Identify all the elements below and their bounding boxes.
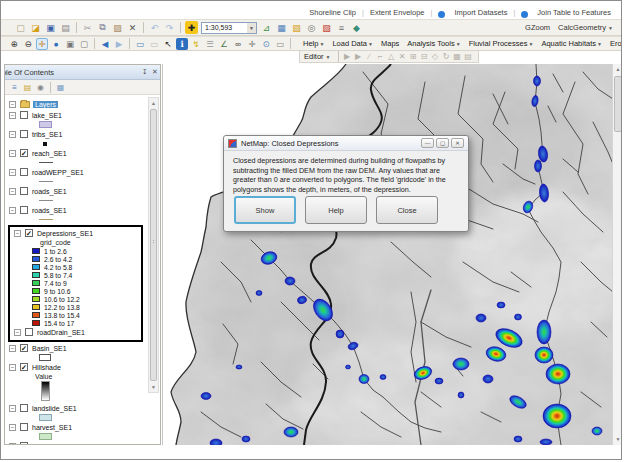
back-extent-icon[interactable]: ◀ xyxy=(99,38,111,50)
hillshade-gradient-symbol[interactable] xyxy=(41,381,50,401)
layer-symbol[interactable] xyxy=(39,433,52,440)
menu-maps[interactable]: Maps xyxy=(378,38,402,49)
toc-scrollbar-thumb[interactable] xyxy=(150,109,157,381)
layer-checkbox[interactable] xyxy=(20,111,28,119)
legend-swatch[interactable] xyxy=(32,320,40,326)
layer-symbol[interactable] xyxy=(39,181,53,182)
layer-checkbox[interactable] xyxy=(20,187,28,195)
menu-aquatic-habitats[interactable]: Aquatic Habitats▼ xyxy=(538,38,605,49)
show-button[interactable]: Show xyxy=(234,196,296,224)
full-extent-icon[interactable]: ● xyxy=(50,38,62,50)
select-features-icon[interactable]: ▭ xyxy=(134,38,146,50)
undo-icon[interactable]: ↶ xyxy=(148,21,161,34)
toc-layer-tribs_se1[interactable]: −tribs_SE1 xyxy=(5,129,147,139)
expander-icon[interactable]: − xyxy=(9,131,16,138)
toc-layer-depressions_se1[interactable]: −✓Depressions_SE1 xyxy=(10,228,141,238)
layer-symbol[interactable] xyxy=(39,354,51,361)
legend-swatch[interactable] xyxy=(32,264,40,270)
expander-icon[interactable]: − xyxy=(9,443,16,445)
layer-checkbox[interactable] xyxy=(20,423,28,431)
catalog-window-icon[interactable]: ▨ xyxy=(290,21,303,34)
layer-symbol[interactable] xyxy=(39,414,52,421)
close-button[interactable]: Close xyxy=(376,196,438,224)
edit-tool-icon[interactable]: ⊿ xyxy=(260,21,273,34)
time-slider-icon[interactable]: ⊙ xyxy=(260,38,272,50)
layer-checkbox[interactable] xyxy=(20,404,28,412)
expander-icon[interactable]: − xyxy=(9,150,16,157)
legend-swatch[interactable] xyxy=(32,280,40,286)
toc-layer-roads_se1[interactable]: −roads_SE1 xyxy=(5,205,147,215)
calc-geometry-button[interactable]: CalcGeometry▼ xyxy=(558,23,613,32)
list-by-drawing-order-icon[interactable]: ≡ xyxy=(9,82,20,93)
close-icon[interactable]: ✕ xyxy=(150,68,160,76)
paste-icon[interactable]: ▨ xyxy=(111,21,124,34)
list-by-visibility-icon[interactable]: ◉ xyxy=(35,82,46,93)
layer-symbol[interactable] xyxy=(39,219,53,220)
scroll-down-icon[interactable]: ▼ xyxy=(149,382,158,392)
dialog-title-bar[interactable]: NetMap: Closed Depressions —▢✕ xyxy=(224,136,468,151)
toc-layer-harvest_se1[interactable]: −harvest_SE1 xyxy=(5,422,147,432)
netmap-tool-join-table-to-features[interactable]: Join Table to Features xyxy=(537,8,611,17)
legend-swatch[interactable] xyxy=(32,272,40,278)
expander-icon[interactable]: − xyxy=(9,101,16,108)
legend-swatch[interactable] xyxy=(32,256,40,262)
scroll-up-icon[interactable]: ▲ xyxy=(149,98,158,108)
layer-checkbox[interactable] xyxy=(20,206,28,214)
go-to-xy-icon[interactable]: ✛ xyxy=(246,38,258,50)
toc-scrollbar[interactable]: ▲ ▼ xyxy=(148,97,159,393)
fixed-zoom-in-icon[interactable]: ▣ xyxy=(64,38,76,50)
layer-checkbox[interactable]: ✓ xyxy=(20,344,28,352)
menu-fluvial-processes[interactable]: Fluvial Processes▼ xyxy=(466,38,537,49)
search-window-icon[interactable]: ◎ xyxy=(305,21,318,34)
map-canvas[interactable] xyxy=(163,64,613,445)
html-popup-icon[interactable]: ☰ xyxy=(204,38,216,50)
map-view[interactable]: ▲ ▼ xyxy=(162,64,622,445)
scroll-up-icon[interactable]: ▲ xyxy=(613,64,622,75)
viewer-window-icon[interactable]: ▭ xyxy=(274,38,286,50)
toc-layer-veg_se1[interactable]: −veg_SE1 xyxy=(5,441,147,444)
copy-icon[interactable]: ⧉ xyxy=(96,21,109,34)
expander-icon[interactable]: − xyxy=(9,345,16,352)
gzoom-button[interactable]: GZoom xyxy=(525,23,550,32)
zoom-in-icon[interactable]: ⊕ xyxy=(8,38,20,50)
legend-swatch[interactable] xyxy=(32,288,40,294)
toc-layer-landslide_se1[interactable]: −landslide_SE1 xyxy=(5,403,147,413)
find-icon[interactable]: ∞ xyxy=(232,38,244,50)
menu-analysis-tools[interactable]: Analysis Tools▼ xyxy=(404,38,463,49)
layer-checkbox[interactable]: ✓ xyxy=(25,229,33,237)
pin-icon[interactable]: ↧ xyxy=(140,68,150,76)
legend-swatch[interactable] xyxy=(32,312,40,318)
forward-extent-icon[interactable]: ▶ xyxy=(113,38,125,50)
open-map-icon[interactable]: ◪ xyxy=(29,21,42,34)
expander-icon[interactable]: − xyxy=(9,424,16,431)
expander-icon[interactable]: − xyxy=(9,364,16,371)
clear-selection-icon[interactable]: ▭ xyxy=(148,38,160,50)
toc-layer-roadwepp_se1[interactable]: −roadWEPP_SE1 xyxy=(5,167,147,177)
toc-layer-reach_se1[interactable]: −✓reach_SE1 xyxy=(5,148,147,158)
netmap-tool-extent-envelope[interactable]: Extent Envelope xyxy=(370,8,425,17)
print-icon[interactable]: ▤ xyxy=(59,21,72,34)
hyperlink-icon[interactable]: ↯ xyxy=(190,38,202,50)
expander-icon[interactable]: − xyxy=(9,188,16,195)
redo-icon[interactable]: ↷ xyxy=(163,21,176,34)
editor-menu[interactable]: Editor xyxy=(304,52,324,61)
layer-checkbox[interactable] xyxy=(20,442,28,444)
identify-icon[interactable]: ℹ xyxy=(176,38,188,50)
layer-checkbox[interactable] xyxy=(20,168,28,176)
expander-icon[interactable]: − xyxy=(9,112,16,119)
expander-icon[interactable]: − xyxy=(9,207,16,214)
expander-icon[interactable]: − xyxy=(14,230,21,237)
menu-erosion[interactable]: Erosion▼ xyxy=(607,38,622,49)
legend-swatch[interactable] xyxy=(32,248,40,254)
layer-symbol[interactable] xyxy=(43,142,47,146)
layer-checkbox[interactable] xyxy=(20,130,28,138)
legend-swatch[interactable] xyxy=(32,304,40,310)
maximize-icon[interactable]: ▢ xyxy=(436,138,449,148)
expander-icon[interactable]: − xyxy=(9,405,16,412)
layer-checkbox[interactable]: ✓ xyxy=(20,363,28,371)
expander-icon[interactable]: − xyxy=(14,329,21,336)
model-builder-icon[interactable]: ◆ xyxy=(350,21,363,34)
menu-load-data[interactable]: Load Data▼ xyxy=(329,38,376,49)
cut-icon[interactable]: ✂ xyxy=(81,21,94,34)
scale-dropdown-icon[interactable]: ▼ xyxy=(247,23,256,33)
